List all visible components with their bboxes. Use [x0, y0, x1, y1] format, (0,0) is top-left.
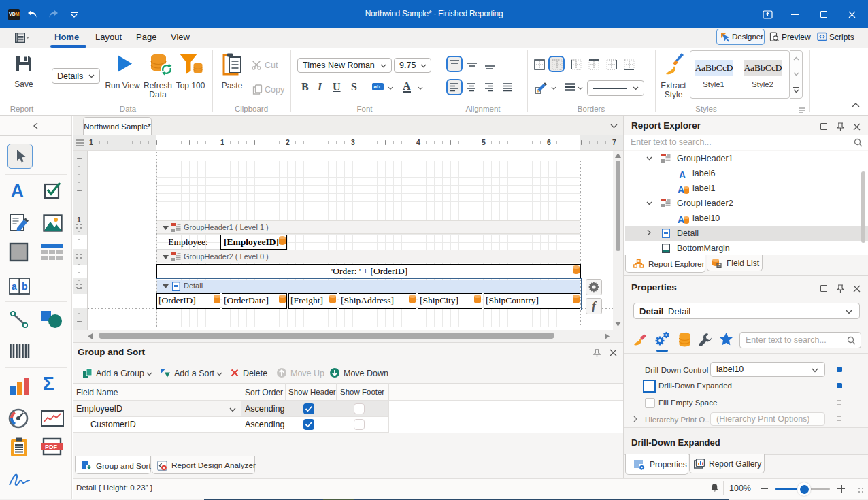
svg-text:PDF: PDF: [45, 444, 58, 450]
svg-text:b: b: [22, 281, 28, 292]
svg-text:a: a: [12, 281, 17, 292]
